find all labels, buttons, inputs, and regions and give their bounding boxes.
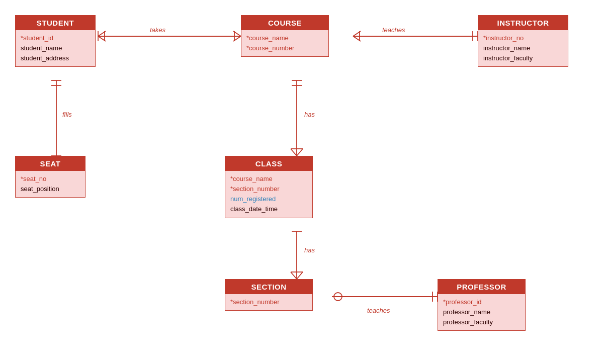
entity-class-body: *course_name *section_number num_registe… [225, 171, 312, 218]
instructor-field-3: instructor_faculty [483, 53, 563, 63]
class-field-2: *section_number [230, 184, 307, 194]
entity-student-header: STUDENT [16, 16, 95, 30]
svg-line-12 [353, 36, 361, 41]
course-field-1: *course_name [246, 33, 323, 43]
entity-instructor-header: INSTRUCTOR [478, 16, 568, 30]
professor-field-3: professor_faculty [443, 317, 520, 327]
professor-field-2: professor_name [443, 307, 520, 317]
entity-student-body: *student_id student_name student_address [16, 30, 95, 66]
section-field-1: *section_number [230, 297, 307, 307]
relation-has-section: has [304, 246, 315, 254]
entity-seat: SEAT *seat_no seat_position [15, 156, 85, 198]
relation-has-class: has [304, 111, 315, 118]
entity-course: COURSE *course_name *course_number [241, 15, 329, 57]
entity-professor: PROFESSOR *professor_id professor_name p… [438, 279, 526, 331]
instructor-field-2: instructor_name [483, 43, 563, 53]
entity-section-header: SECTION [225, 280, 312, 294]
professor-field-1: *professor_id [443, 297, 520, 307]
entity-professor-body: *professor_id professor_name professor_f… [438, 294, 525, 330]
student-field-3: student_address [21, 53, 90, 63]
seat-field-1: *seat_no [21, 174, 80, 184]
course-field-2: *course_number [246, 43, 323, 53]
diagram-container: takes teaches fills has has teaches STUD… [0, 0, 604, 364]
svg-point-33 [334, 293, 342, 301]
relation-teaches-professor: teaches [367, 307, 390, 314]
student-field-1: *student_id [21, 33, 90, 43]
svg-line-3 [98, 36, 106, 41]
svg-line-2 [98, 31, 106, 36]
svg-line-30 [297, 272, 303, 279]
entity-instructor-body: *instructor_no instructor_name instructo… [478, 30, 568, 66]
instructor-field-1: *instructor_no [483, 33, 563, 43]
svg-line-29 [291, 272, 297, 279]
svg-line-11 [353, 31, 361, 36]
student-field-2: student_name [21, 43, 90, 53]
relation-teaches-instructor: teaches [382, 26, 405, 34]
entity-class: CLASS *course_name *section_number num_r… [225, 156, 313, 218]
svg-line-24 [291, 149, 297, 156]
entity-instructor: INSTRUCTOR *instructor_no instructor_nam… [478, 15, 568, 67]
relation-fills: fills [62, 111, 72, 118]
entity-seat-header: SEAT [16, 156, 85, 171]
entity-course-header: COURSE [241, 16, 328, 30]
entity-student: STUDENT *student_id student_name student… [15, 15, 96, 67]
entity-section: SECTION *section_number [225, 279, 313, 311]
entity-class-header: CLASS [225, 156, 312, 171]
relation-takes: takes [150, 26, 165, 34]
seat-field-2: seat_position [21, 184, 80, 194]
entity-section-body: *section_number [225, 294, 312, 310]
svg-line-8 [233, 36, 241, 41]
class-field-1: *course_name [230, 174, 307, 184]
svg-line-7 [233, 31, 241, 36]
svg-line-25 [297, 149, 303, 156]
class-field-3: num_registered [230, 194, 307, 204]
entity-professor-header: PROFESSOR [438, 280, 525, 294]
entity-course-body: *course_name *course_number [241, 30, 328, 56]
class-field-4: class_date_time [230, 204, 307, 214]
entity-seat-body: *seat_no seat_position [16, 171, 85, 197]
